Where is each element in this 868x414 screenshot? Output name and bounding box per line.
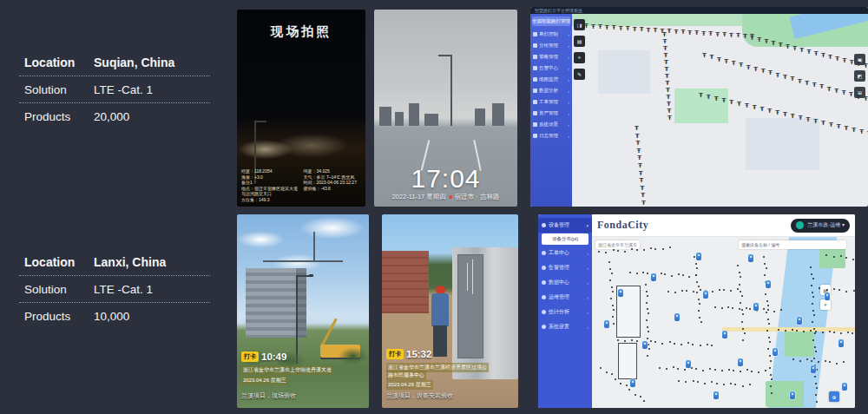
device-dot bbox=[650, 340, 652, 342]
streetlight-marker[interactable] bbox=[825, 292, 830, 300]
device-dot bbox=[833, 256, 835, 258]
device-dot bbox=[659, 367, 661, 369]
device-dot bbox=[719, 289, 720, 291]
map-tool-button-1[interactable]: ▤ bbox=[574, 36, 585, 47]
device-dot bbox=[667, 291, 669, 292]
streetlight-marker[interactable] bbox=[766, 280, 771, 288]
device-dot bbox=[646, 302, 648, 304]
sidebar-item-4[interactable]: 数据中心› bbox=[538, 275, 592, 290]
streetlight-marker[interactable] bbox=[722, 331, 727, 338]
products-value: 20,000 bbox=[94, 110, 129, 123]
map-view[interactable]: 浙江省金华市兰溪市 搜索设备名称 / 编号 ▤ ⌖ ⊕ bbox=[592, 237, 855, 408]
sidebar-item-2[interactable]: 策略管理› bbox=[530, 51, 572, 62]
sidebar-item-6[interactable]: 统计分析› bbox=[538, 305, 592, 319]
streetlight-marker[interactable] bbox=[753, 303, 759, 311]
streetlight-marker[interactable] bbox=[604, 320, 609, 328]
device-dot bbox=[666, 368, 667, 370]
device-dot bbox=[695, 274, 697, 276]
streetlight-marker: Ŧ bbox=[753, 104, 757, 111]
device-dot bbox=[840, 255, 842, 257]
metadata-left-column: 经度：118.2054海拔：+3.0备注1：地点：宿迁市宿豫区迎宾大道与运河路交… bbox=[241, 168, 300, 202]
streetlight-marker: Ŧ bbox=[834, 88, 838, 95]
streetlight-marker: Ŧ bbox=[729, 99, 733, 106]
streetlight-marker[interactable] bbox=[773, 348, 778, 356]
device-dot bbox=[707, 344, 708, 345]
map-view-button-1[interactable]: ◩ bbox=[854, 70, 865, 82]
streetlight-arm bbox=[254, 121, 266, 122]
sidebar-header[interactable]: 全国智能路灯管理 bbox=[532, 16, 570, 26]
checkin-tag: 打卡 bbox=[241, 352, 259, 362]
streetlight-marker[interactable] bbox=[703, 291, 708, 299]
sidebar-item-2[interactable]: 工单中心› bbox=[538, 246, 592, 260]
streetlight-marker: Ŧ bbox=[694, 30, 699, 36]
metadata-line: 俯仰角：-43.6 bbox=[304, 186, 363, 192]
device-dot bbox=[671, 275, 673, 277]
map-tool-button-2[interactable]: ⌖ bbox=[574, 52, 585, 63]
sidebar-item-6[interactable]: 工单管理› bbox=[530, 96, 572, 108]
sidebar-item-7[interactable]: 系统设置› bbox=[538, 319, 592, 334]
streetlight-marker[interactable] bbox=[651, 273, 656, 281]
streetlight-marker[interactable] bbox=[696, 253, 701, 260]
device-dot bbox=[739, 308, 740, 310]
streetlight-marker: Ŧ bbox=[674, 29, 678, 36]
streetlight-marker[interactable] bbox=[790, 391, 795, 399]
solution-label: Solution bbox=[24, 283, 94, 296]
device-dot bbox=[664, 273, 666, 275]
streetlight-marker[interactable] bbox=[838, 339, 844, 347]
streetlight-marker[interactable] bbox=[797, 317, 802, 325]
photo-caption: 兰溪项目，设备安装验收 bbox=[386, 391, 453, 400]
building-silhouette bbox=[424, 114, 438, 126]
device-dot bbox=[697, 381, 699, 383]
device-dot bbox=[612, 316, 614, 318]
device-dot bbox=[661, 343, 663, 345]
location-label: Location bbox=[24, 56, 94, 69]
sidebar-item-1[interactable]: 分组管理› bbox=[530, 40, 572, 51]
sidebar-menu: 设备管理▾设备分布(pt)工单中心›告警管理›数据中心›运维管理›统计分析›系统… bbox=[538, 218, 592, 334]
menu-label: 告警中心 bbox=[539, 65, 558, 71]
photo-lanxi-site: 打卡 10:49 浙江省金华市兰溪市上华街道丹溪大道 2023.04.26 星期… bbox=[237, 214, 369, 408]
fondacity-logo: FondaCity bbox=[597, 219, 648, 232]
sidebar-item-1[interactable]: 设备分布(pt) bbox=[542, 233, 589, 245]
streetlight-marker[interactable] bbox=[630, 379, 635, 387]
streetlight-marker[interactable] bbox=[748, 254, 753, 262]
streetlight-marker[interactable] bbox=[811, 365, 816, 373]
streetlight-marker[interactable] bbox=[686, 360, 691, 368]
streetlight-marker[interactable] bbox=[842, 383, 847, 391]
device-dot bbox=[845, 291, 847, 292]
metadata-line: 时间：2023-04-06 23:12:27 bbox=[304, 180, 363, 186]
breadcrumb[interactable]: 浙江省金华市兰溪市 bbox=[595, 240, 640, 249]
sidebar-item-4[interactable]: 地图监控› bbox=[530, 74, 572, 85]
device-dot bbox=[643, 249, 645, 251]
chevron-right-icon: › bbox=[568, 77, 569, 82]
streetlight-marker[interactable] bbox=[713, 391, 719, 399]
sidebar-item-3[interactable]: 告警中心› bbox=[530, 62, 572, 74]
device-dot bbox=[617, 339, 619, 341]
streetlight-marker[interactable] bbox=[738, 358, 743, 366]
sidebar-item-0[interactable]: 单灯控制› bbox=[530, 29, 572, 40]
sidebar-item-9[interactable]: 日志管理› bbox=[530, 130, 572, 141]
streetlight-pole bbox=[450, 55, 452, 126]
streetlight-marker[interactable] bbox=[674, 313, 680, 321]
map-view[interactable]: ◨▤⌖✎ ▣◩⊞ ŦŦŦŦŦŦŦŦŦŦŦŦŦŦŦŦŦŦŦŦŦŦŦŦŦŦŦŦŦŦŦ… bbox=[572, 14, 868, 207]
device-dot bbox=[714, 306, 716, 308]
streetlight-marker[interactable] bbox=[642, 341, 648, 349]
sidebar-item-5[interactable]: 数据分析› bbox=[530, 85, 572, 96]
streetlight-marker[interactable] bbox=[618, 289, 623, 297]
sidebar-item-0[interactable]: 设备管理▾ bbox=[538, 218, 592, 233]
zoom-in-button[interactable]: ⊕ bbox=[829, 391, 839, 402]
device-dot bbox=[734, 384, 736, 385]
sidebar-item-7[interactable]: 资产管理› bbox=[530, 108, 572, 119]
map-tool-button-3[interactable]: ✎ bbox=[574, 69, 585, 80]
device-dot bbox=[682, 274, 684, 276]
device-dot bbox=[700, 321, 702, 323]
menu-label: 日志管理 bbox=[539, 133, 558, 139]
sidebar-item-3[interactable]: 告警管理› bbox=[538, 260, 592, 275]
map-locate-button[interactable]: ⌖ bbox=[820, 299, 831, 310]
streetlight-marker: Ŧ bbox=[709, 54, 713, 61]
device-dot bbox=[825, 254, 827, 256]
search-input[interactable]: 搜索设备名称 / 编号 bbox=[739, 240, 846, 249]
user-menu[interactable]: 兰溪市政-运维 ▾ bbox=[791, 219, 850, 233]
cabinet-wiring bbox=[467, 263, 468, 291]
sidebar-item-8[interactable]: 系统设置› bbox=[530, 119, 572, 130]
sidebar-item-5[interactable]: 运维管理› bbox=[538, 290, 592, 305]
